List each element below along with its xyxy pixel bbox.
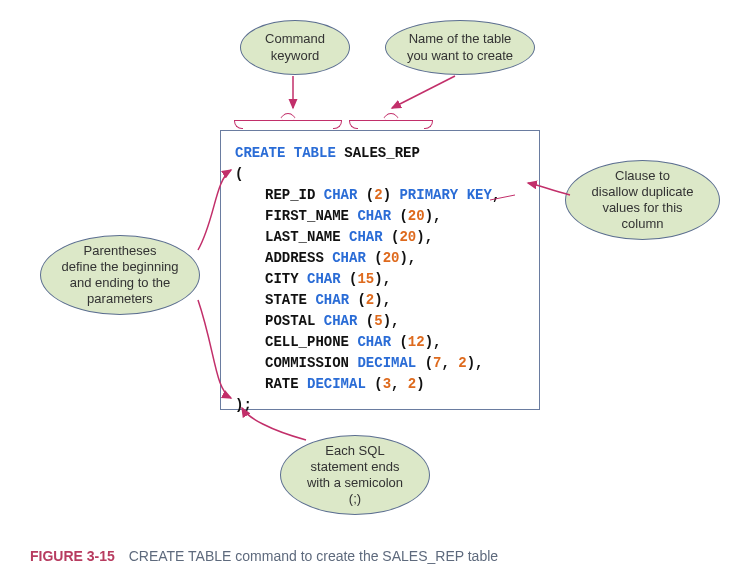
size-spec: (20) bbox=[399, 208, 433, 224]
code-row: CELL_PHONE CHAR (12), bbox=[265, 332, 529, 353]
callout-command-keyword-text: Commandkeyword bbox=[255, 27, 335, 68]
datatype-keyword: CHAR bbox=[357, 334, 391, 350]
line-terminator: , bbox=[433, 334, 441, 350]
line-terminator: , bbox=[425, 229, 433, 245]
diagram-canvas: Commandkeyword Name of the tableyou want… bbox=[30, 20, 730, 540]
code-row: COMMISSION DECIMAL (7, 2), bbox=[265, 353, 529, 374]
column-name: RATE bbox=[265, 376, 307, 392]
code-row: REP_ID CHAR (2) PRIMARY KEY, bbox=[265, 185, 529, 206]
code-row: POSTAL CHAR (5), bbox=[265, 311, 529, 332]
datatype-keyword: CHAR bbox=[357, 208, 391, 224]
keyword-primary-key: PRIMARY KEY bbox=[399, 187, 491, 203]
callout-table-name-text: Name of the tableyou want to create bbox=[397, 27, 523, 68]
code-row: CITY CHAR (15), bbox=[265, 269, 529, 290]
code-row: RATE DECIMAL (3, 2) bbox=[265, 374, 529, 395]
size-spec: (5) bbox=[366, 313, 391, 329]
figure-caption-text: CREATE TABLE command to create the SALES… bbox=[129, 548, 498, 564]
column-name: STATE bbox=[265, 292, 315, 308]
line-terminator: , bbox=[391, 313, 399, 329]
code-row: ADDRESS CHAR (20), bbox=[265, 248, 529, 269]
column-name: ADDRESS bbox=[265, 250, 332, 266]
callout-command-keyword: Commandkeyword bbox=[240, 20, 350, 75]
sql-code-box: CREATE TABLE SALES_REP ( REP_ID CHAR (2)… bbox=[220, 130, 540, 410]
callout-parentheses: Parenthesesdefine the beginningand endin… bbox=[40, 235, 200, 315]
figure-caption: FIGURE 3-15 CREATE TABLE command to crea… bbox=[30, 548, 736, 564]
column-name: CITY bbox=[265, 271, 307, 287]
column-name: POSTAL bbox=[265, 313, 324, 329]
callout-semicolon-text: Each SQLstatement endswith a semicolon(;… bbox=[297, 439, 413, 512]
size-spec: (7, 2) bbox=[425, 355, 475, 371]
line-terminator: , bbox=[408, 250, 416, 266]
datatype-keyword: CHAR bbox=[324, 313, 358, 329]
table-name-text: SALES_REP bbox=[344, 145, 420, 161]
column-name: REP_ID bbox=[265, 187, 324, 203]
code-row: STATE CHAR (2), bbox=[265, 290, 529, 311]
column-name: LAST_NAME bbox=[265, 229, 349, 245]
callout-table-name: Name of the tableyou want to create bbox=[385, 20, 535, 75]
figure-number: FIGURE 3-15 bbox=[30, 548, 115, 564]
arrow-table-name bbox=[392, 76, 455, 108]
datatype-keyword: CHAR bbox=[307, 271, 341, 287]
size-spec: (2) bbox=[366, 187, 391, 203]
code-column-definitions: REP_ID CHAR (2) PRIMARY KEY,FIRST_NAME C… bbox=[235, 185, 529, 395]
size-spec: (20) bbox=[374, 250, 408, 266]
datatype-keyword: DECIMAL bbox=[357, 355, 416, 371]
callout-parentheses-text: Parenthesesdefine the beginningand endin… bbox=[51, 239, 188, 312]
line-terminator: , bbox=[383, 271, 391, 287]
datatype-keyword: DECIMAL bbox=[307, 376, 366, 392]
line-terminator: , bbox=[383, 292, 391, 308]
callout-semicolon: Each SQLstatement endswith a semicolon(;… bbox=[280, 435, 430, 515]
line-terminator: , bbox=[433, 208, 441, 224]
line-terminator: , bbox=[492, 187, 500, 203]
code-open-paren: ( bbox=[235, 164, 529, 185]
keyword-create-table: CREATE TABLE bbox=[235, 145, 336, 161]
column-name: CELL_PHONE bbox=[265, 334, 357, 350]
size-spec: (2) bbox=[357, 292, 382, 308]
code-row: FIRST_NAME CHAR (20), bbox=[265, 206, 529, 227]
callout-primary-key: Clause todisallow duplicatevalues for th… bbox=[565, 160, 720, 240]
code-line-create: CREATE TABLE SALES_REP bbox=[235, 143, 529, 164]
size-spec: (12) bbox=[399, 334, 433, 350]
size-spec: (15) bbox=[349, 271, 383, 287]
datatype-keyword: CHAR bbox=[315, 292, 349, 308]
column-name: FIRST_NAME bbox=[265, 208, 357, 224]
datatype-keyword: CHAR bbox=[332, 250, 366, 266]
datatype-keyword: CHAR bbox=[324, 187, 358, 203]
code-row: LAST_NAME CHAR (20), bbox=[265, 227, 529, 248]
callout-primary-key-text: Clause todisallow duplicatevalues for th… bbox=[582, 164, 704, 237]
size-spec: (3, 2) bbox=[374, 376, 424, 392]
line-terminator: , bbox=[475, 355, 483, 371]
column-name: COMMISSION bbox=[265, 355, 357, 371]
size-spec: (20) bbox=[391, 229, 425, 245]
code-close: ); bbox=[235, 395, 529, 416]
datatype-keyword: CHAR bbox=[349, 229, 383, 245]
